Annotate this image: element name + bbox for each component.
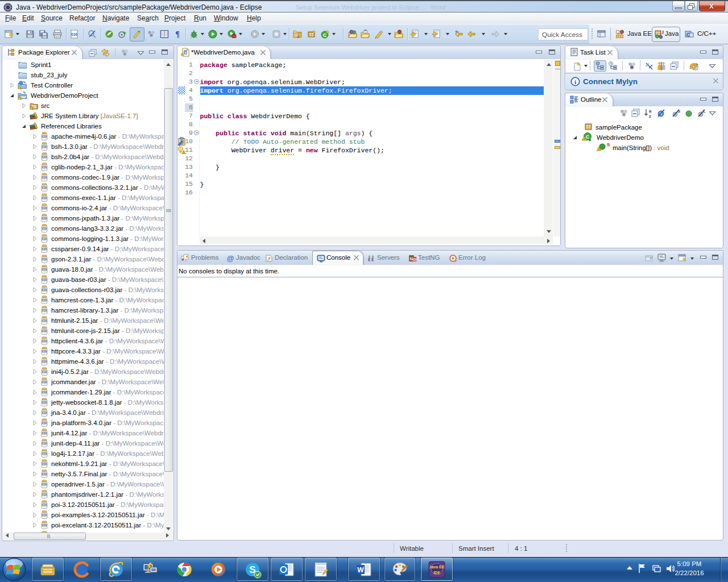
svg-text:Java EE: Java EE (429, 565, 445, 569)
svg-text:010: 010 (42, 381, 47, 384)
svg-text:010: 010 (42, 411, 47, 414)
svg-text:¶: ¶ (175, 30, 180, 39)
svg-text:!: ! (598, 148, 599, 151)
svg-text:010: 010 (42, 371, 47, 373)
svg-text:z: z (649, 114, 651, 118)
svg-text:i: i (574, 78, 576, 85)
svg-text:J: J (661, 30, 664, 35)
svg-text:a: a (649, 109, 652, 114)
svg-text:!: ! (32, 107, 33, 110)
svg-text:010: 010 (42, 473, 47, 476)
svg-text:010: 010 (42, 268, 47, 271)
svg-text:010: 010 (42, 299, 47, 302)
svg-text:010: 010 (42, 340, 47, 343)
svg-text:G: G (413, 257, 416, 261)
svg-text:010: 010 (42, 319, 47, 322)
svg-text:IDE: IDE (433, 571, 440, 575)
svg-text:010: 010 (42, 391, 47, 394)
svg-text:010: 010 (42, 135, 47, 138)
svg-text:!: ! (183, 151, 184, 154)
svg-text:010: 010 (42, 422, 47, 425)
svg-text:010: 010 (42, 483, 47, 486)
svg-text:010: 010 (42, 514, 47, 517)
svg-text:010: 010 (42, 360, 47, 363)
svg-text:010: 010 (42, 309, 47, 312)
svg-text:010: 010 (42, 432, 47, 435)
svg-text:C: C (586, 134, 590, 140)
svg-text:010: 010 (42, 146, 47, 148)
svg-text:010: 010 (42, 227, 47, 230)
svg-text:010: 010 (42, 156, 47, 159)
svg-text:010: 010 (42, 289, 47, 292)
svg-text:010: 010 (42, 258, 47, 261)
svg-text:010: 010 (42, 238, 47, 240)
svg-text:010: 010 (42, 442, 47, 445)
svg-text:010: 010 (42, 207, 47, 210)
svg-text:010: 010 (42, 197, 47, 199)
svg-text:010: 010 (42, 330, 47, 332)
svg-text:C: C (323, 32, 327, 38)
svg-text:@: @ (226, 254, 234, 263)
svg-text:!: ! (20, 97, 21, 100)
svg-text:W: W (357, 566, 364, 574)
svg-text:010: 010 (71, 32, 77, 36)
svg-text:010: 010 (42, 524, 47, 527)
svg-text:010: 010 (42, 350, 47, 353)
svg-text:010: 010 (42, 401, 47, 404)
svg-text:010: 010 (42, 504, 47, 506)
svg-text:010: 010 (42, 278, 47, 281)
svg-text:010: 010 (42, 166, 47, 169)
svg-text:010: 010 (42, 493, 47, 496)
svg-text:010: 010 (42, 217, 47, 220)
svg-text:!: ! (20, 86, 21, 90)
svg-text:010: 010 (42, 176, 47, 179)
svg-text:010: 010 (42, 463, 47, 465)
svg-text:010: 010 (42, 186, 47, 189)
svg-text:!: ! (584, 138, 585, 141)
svg-text:010: 010 (42, 452, 47, 455)
svg-text:010: 010 (42, 248, 47, 251)
svg-text:!: ! (181, 53, 182, 56)
